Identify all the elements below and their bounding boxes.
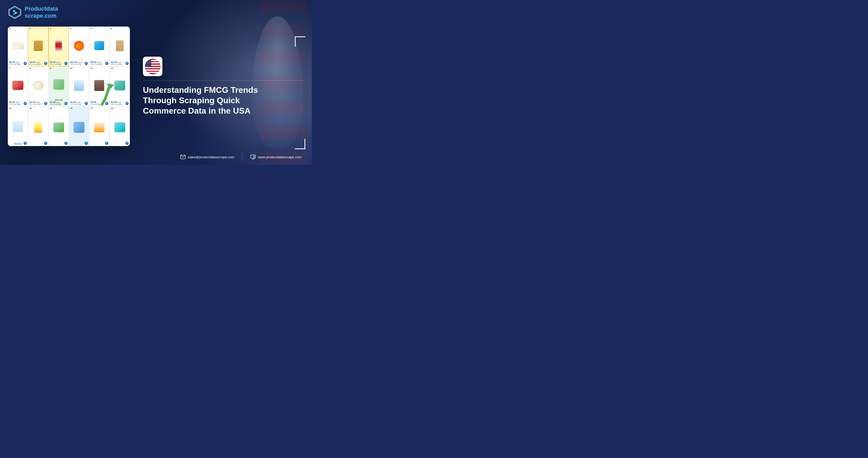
product-cell-5: 5 $9.00 $12.59 29% off with FAM + xyxy=(89,27,110,66)
product-img-4 xyxy=(70,30,88,61)
product-img-7 xyxy=(9,70,27,100)
product-cell-17: 17 + xyxy=(89,106,110,146)
product-img-10 xyxy=(70,70,88,100)
product-img-8 xyxy=(29,70,47,100)
product-img-1 xyxy=(9,30,27,61)
product-cell-18: 18 + xyxy=(110,106,130,146)
divider-line xyxy=(143,80,304,81)
water-image xyxy=(13,121,23,132)
header: Productdata scrape.com xyxy=(0,0,312,22)
logo-container: Productdata scrape.com xyxy=(8,5,58,20)
product-img-13 xyxy=(9,110,27,143)
product-img-5 xyxy=(90,30,108,61)
product-cell-16: 16 + xyxy=(69,106,89,146)
simply-image xyxy=(34,122,42,133)
envelope-icon xyxy=(180,154,186,160)
logo-name-line2: scrape.com xyxy=(25,12,56,19)
us-flag-badge: ★ ★ ★ ★ ★ ★ ★ ★ ★ xyxy=(143,57,162,76)
product-cell-1: 1 $2.00 $5.00 67% off with FAM + xyxy=(8,27,28,66)
chicken-image xyxy=(33,81,44,90)
add-btn-15[interactable]: + xyxy=(64,142,67,145)
main-content: 1 $2.00 $5.00 67% off with FAM + 2 $2.00… xyxy=(0,22,312,151)
product-img-18 xyxy=(111,110,129,145)
product-img-14 xyxy=(29,110,47,145)
milk-image xyxy=(55,40,62,51)
basically-image-1 xyxy=(53,79,64,90)
footer-email-item: sales@productdatascrape.com xyxy=(180,154,234,160)
main-title: Understanding FMCG Trends Through Scrapi… xyxy=(143,85,278,116)
pampers-image xyxy=(94,41,104,50)
product-cell-3: 3 $2.00 $3.69 46% off with FAM + xyxy=(49,27,69,66)
product-cell-15: 15 + xyxy=(49,106,69,146)
product-img-16 xyxy=(70,110,88,145)
footer-website-item: www.productdatascrape.com xyxy=(250,154,301,160)
right-panel: ★ ★ ★ ★ ★ ★ ★ ★ ★ Understanding FMCG Tre… xyxy=(138,57,304,116)
meat-image xyxy=(12,81,23,90)
product-cell-6: 6 $2.00 $4.99 60% off with FAM + xyxy=(110,27,130,66)
product-cell-4: 4 $12.00 $15.00 25% off with FAM + xyxy=(69,27,89,66)
add-btn-2[interactable]: + xyxy=(44,62,47,65)
add-btn-14[interactable]: + xyxy=(44,142,47,145)
add-btn-5[interactable]: + xyxy=(105,62,108,65)
product-cell-9: 9 Basically $3.59 $5.99 40% off with FAM… xyxy=(49,66,69,106)
add-btn-12[interactable]: + xyxy=(125,102,129,105)
us-flag-circle: ★ ★ ★ ★ ★ ★ ★ ★ ★ xyxy=(145,59,160,74)
egg-image xyxy=(12,42,24,50)
basically4-image xyxy=(114,122,125,132)
svg-line-11 xyxy=(255,157,255,157)
add-btn-9[interactable]: + xyxy=(64,102,67,105)
product-img-15 xyxy=(50,110,67,145)
product-cell-7: 7 $3.99 $5.99 43% off with FAM + xyxy=(8,66,28,106)
tide-image xyxy=(74,41,84,51)
product-cell-8: 8 $3.19 $6.39 50% off with FAM + xyxy=(28,66,48,106)
footer-website: www.productdatascrape.com xyxy=(258,155,301,159)
logo-text: Productdata scrape.com xyxy=(25,5,58,19)
product-img-6 xyxy=(111,30,129,61)
blue-box-image xyxy=(73,122,85,133)
basically-label-1: Basically xyxy=(50,99,67,101)
product-grid-container: 1 $2.00 $5.00 67% off with FAM + 2 $2.00… xyxy=(8,27,130,146)
add-btn-17[interactable]: + xyxy=(105,142,108,145)
main-container: Productdata scrape.com 1 $2.00 $5.00 67%… xyxy=(0,0,312,165)
product-cell-2: 2 $2.00 $4.99 60% off with FAM + xyxy=(28,27,48,66)
basically3-image xyxy=(53,122,64,132)
product-cell-14: 14 + xyxy=(28,106,48,146)
logo-name-line1: Productdata xyxy=(25,5,58,12)
product-img-2 xyxy=(29,30,47,61)
crafted-image xyxy=(116,40,124,51)
add-btn-10[interactable]: + xyxy=(85,102,88,105)
ice-image xyxy=(74,80,84,91)
product-cell-13: 13 Basically + xyxy=(8,106,28,146)
add-btn-7[interactable]: + xyxy=(24,102,27,105)
footer: sales@productdatascrape.com www.productd… xyxy=(0,151,312,165)
add-btn-18[interactable]: + xyxy=(125,142,129,145)
footer-email: sales@productdatascrape.com xyxy=(188,155,234,159)
logo-icon xyxy=(8,5,22,20)
product-img-17 xyxy=(90,110,108,145)
bread-image xyxy=(34,40,43,51)
add-btn-8[interactable]: + xyxy=(44,102,47,105)
product-cell-10: 10 $2.89 $3.29 12% off with FAM + xyxy=(69,66,89,106)
product-img-3 xyxy=(50,30,67,61)
landolakes-image xyxy=(94,122,104,132)
monitor-icon xyxy=(250,154,256,160)
flag-canton: ★ ★ ★ ★ ★ ★ ★ ★ ★ xyxy=(145,59,151,67)
product-img-9 xyxy=(50,70,67,99)
